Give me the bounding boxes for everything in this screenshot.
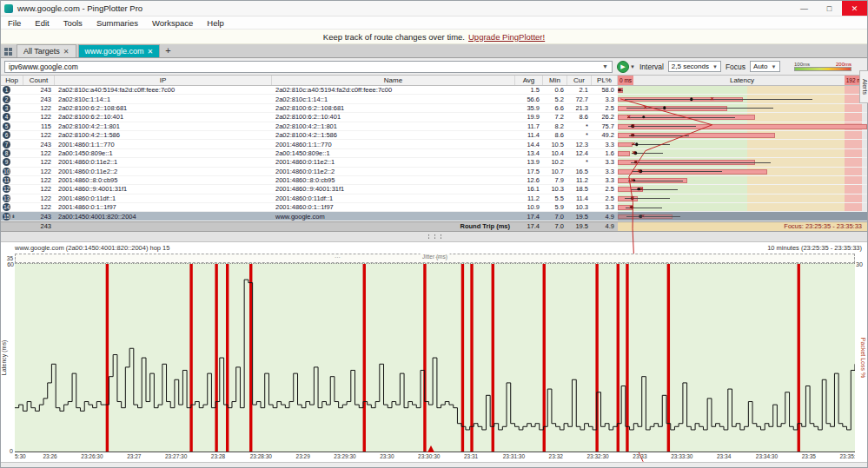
menu-tools[interactable]: Tools [56,16,89,30]
avg-cell: 19.9 [515,113,543,121]
cur-marker: × [631,195,634,201]
hop-table-row[interactable]: 8 ılı 122 2a00:1450:809e::1 2a00:1450:80… [1,149,867,158]
col-count[interactable]: Count [23,76,55,85]
menu-workspace[interactable]: Workspace [145,16,200,30]
y2-axis-label: Packet Loss % [860,338,866,378]
chevron-down-icon[interactable]: ▼ [602,63,608,69]
tab-close-icon[interactable]: ✕ [63,48,70,56]
col-pl[interactable]: PL% [592,76,618,85]
x-tick-label: 23:28:30 [250,453,272,459]
route-change-marker[interactable] [427,445,434,452]
tab-label: www.google.com [85,47,144,56]
name-cell: 2a02:810c:a40:5194:fa2d:c0ff:feee:7c00 [272,86,515,94]
x-tick-label: 23:28 [211,453,225,459]
menu-summaries[interactable]: Summaries [89,16,145,30]
count-cell: 122 [23,203,55,211]
alerts-side-tab[interactable]: Alerts [859,70,868,103]
latency-minigraph: × [618,95,867,102]
cur-cell: * [567,131,592,139]
upgrade-link[interactable]: Upgrade PingPlotter! [468,32,545,42]
ip-cell: 2001:4860::8:0:cb95 [55,176,272,184]
targets-grid-icon[interactable] [4,48,12,56]
window-title: www.google.com - PingPlotter Pro [17,3,142,13]
hop-table-row[interactable]: 15 ılı 243 2a00:1450:4001:820::2004 www.… [1,212,867,221]
ip-cell: 2a02:810c:1:14::1 [55,95,272,102]
hop-table-row[interactable]: 10 ılı 122 2001:4860:0:11e2::2 2001:4860… [1,168,867,176]
name-cell: 2001:4860::8:0:cb95 [272,176,515,184]
menu-file[interactable]: File [1,16,28,30]
avg-cell: 14.4 [515,140,543,148]
ip-cell: 2a02:8100:4:2::1:801 [55,122,272,130]
latency-minigraph: × [618,168,867,175]
avg-cell: 11.2 [515,194,543,202]
close-button[interactable]: ✕ [842,1,867,16]
x-tick-label: 23:31 [464,453,478,459]
hop-table-row[interactable]: 14 ılı 122 2001:4860:0:1::1f97 2001:4860… [1,203,867,212]
col-min[interactable]: Min [543,76,567,85]
min-cell: 10.2 [543,158,567,166]
pl-cell: 3.3 [592,158,618,166]
pl-cell: 2.5 [592,104,618,112]
col-latency[interactable]: 0 ms Latency 192 ms [618,76,867,85]
hop-table-row[interactable]: 11 ılı 122 2001:4860::8:0:cb95 2001:4860… [1,176,867,185]
legend-gradient-bar [794,67,851,71]
chevron-down-icon: ▼ [772,64,777,69]
hop-table-row[interactable]: 12 ılı 122 2001:4860::9:4001:31f1 2001:4… [1,185,867,194]
start-trace-button[interactable]: ▶ [617,61,629,73]
range-whisker [628,126,695,127]
tab-www-google-com[interactable]: www.google.com ✕ [78,44,161,57]
target-address-input[interactable]: ipv6www.google.com ▼ [4,61,613,73]
hop-table-row[interactable]: 1 ılı 243 2a02:810c:a40:5194:fa2d:c0ff:f… [1,86,867,95]
hop-table-row[interactable]: 4 ılı 122 2a02:8100:6:2::10:401 2a02:810… [1,113,867,122]
name-cell: 2a02:810c:1:14::1 [272,95,515,102]
latency-time-plot[interactable] [15,263,855,452]
hop-table-row[interactable]: 13 ılı 122 2001:4860:0:11df::1 2001:4860… [1,194,867,203]
latency-minigraph: × [618,158,867,166]
menu-help[interactable]: Help [200,16,231,30]
cur-marker: × [632,150,635,156]
jitter-handle-icon[interactable]: ⋯ [435,255,441,260]
hop-table-row[interactable]: 2 ılı 243 2a02:810c:1:14::1 2a02:810c:1:… [1,95,867,103]
hop-table-row[interactable]: 6 ılı 122 2a02:8100:4:2::1:586 2a02:8100… [1,131,867,140]
footer-ip-cell [55,222,272,231]
new-tab-button[interactable]: + [160,45,176,57]
name-cell: 2001:4860:0:1::1f97 [272,203,515,211]
col-cur[interactable]: Cur [567,76,592,85]
cur-marker: × [638,168,641,174]
hop-table-row[interactable]: 5 ılı 115 2a02:8100:4:2::1:801 2a02:8100… [1,122,867,131]
x-tick-label: 23:32:30 [586,453,608,459]
packet-loss-bar [363,264,366,452]
col-ip[interactable]: IP [55,76,272,85]
cur-marker: × [631,122,634,129]
footer-min: 7.0 [543,222,567,231]
tab-all-targets[interactable]: All Targets ✕ [17,44,76,57]
name-cell: 2001:4860:0:11df::1 [272,194,515,202]
latency-line [15,280,855,430]
maximize-button[interactable]: □ [817,1,842,16]
col-hop[interactable]: Hop [1,76,23,85]
hop-table-row[interactable]: 9 ılı 122 2001:4860:0:11e2::1 2001:4860:… [1,158,867,167]
pl-cell: 3.3 [592,203,618,211]
col-avg[interactable]: Avg [515,76,543,85]
pl-cell: 58.0 [592,86,618,94]
menu-edit[interactable]: Edit [28,16,56,30]
pane-splitter[interactable] [1,232,867,242]
count-cell: 122 [23,158,55,166]
focus-select[interactable]: Auto ▼ [750,61,779,72]
y-axis-max: 60 [7,261,14,267]
jitter-collapsed-strip[interactable]: Jitter (ms) ⋯ ⋯ [15,254,855,263]
packet-loss-bar [106,264,109,452]
hop-table-row[interactable]: 3 ılı 122 2a02:8100:6:2::108:681 2a02:81… [1,104,867,113]
avg-cell: 16.1 [515,185,543,193]
minimize-button[interactable]: — [792,1,817,16]
latency-minigraph: × [618,194,867,202]
hop-table-row[interactable]: 7 ılı 243 2001:4860:1:1::770 2001:4860:1… [1,140,867,148]
tab-close-icon[interactable]: ✕ [148,48,154,56]
hop-number-badge: 13 [3,194,10,202]
avg-cell: 17.4 [515,212,543,220]
interval-select[interactable]: 2,5 seconds ▼ [668,61,721,72]
cur-cell: 72.7 [567,95,592,102]
col-name[interactable]: Name [272,76,515,85]
trace-options-chevron-icon[interactable]: ▼ [630,64,635,69]
jitter-handle-icon[interactable]: ⋯ [335,255,341,260]
